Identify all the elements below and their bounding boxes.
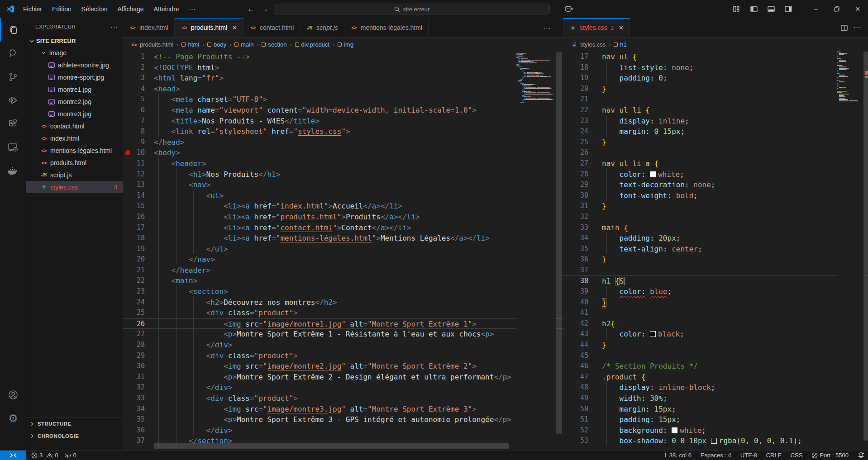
breakpoint-icon[interactable] [125, 150, 130, 155]
gutter-margin[interactable] [563, 425, 573, 436]
tab-styles.css[interactable]: #styles.css3✕ [563, 18, 630, 37]
code-line[interactable]: 29 <div class="product"> [123, 351, 563, 361]
language-mode[interactable]: CSS [787, 451, 806, 460]
minimap[interactable] [516, 52, 555, 450]
code-line[interactable]: 26 [563, 147, 868, 158]
code-line[interactable]: 40} [563, 297, 868, 308]
tab-contact.html[interactable]: <>contact.html [243, 18, 300, 37]
code-line[interactable]: 17nav ul { [563, 52, 868, 62]
code-line[interactable]: 7 <title>Nos Produits - W4ES</title> [123, 116, 563, 127]
breadcrumb-symbol-html[interactable]: html [181, 41, 199, 48]
code-line[interactable]: 6 <meta name="viewport" content="width=d… [123, 105, 563, 116]
code-line[interactable]: 16 <li><a href="produits.html">Produits<… [123, 212, 563, 223]
customize-layout-icon[interactable] [731, 4, 742, 14]
code-line[interactable]: 5 <meta charset="UTF-8"> [123, 94, 563, 105]
source-control-icon[interactable] [0, 65, 26, 89]
code-line[interactable]: 38h1 {S [563, 275, 868, 286]
gutter-margin[interactable] [123, 52, 133, 62]
gutter-margin[interactable] [563, 147, 573, 158]
toggle-panel-icon[interactable] [766, 4, 777, 14]
code-line[interactable]: 2<!DOCTYPE html> [123, 62, 563, 73]
code-line[interactable]: 15 <li><a href="index.html">Accueil</a><… [123, 201, 563, 212]
account-icon[interactable] [0, 383, 26, 407]
tab-script.js[interactable]: JSscript.js [300, 18, 344, 37]
gutter-margin[interactable] [563, 351, 573, 361]
code-line[interactable]: 4<head> [123, 84, 563, 95]
code-line[interactable]: 35 <p>Montre Sport Extrême 3 - GPS intég… [123, 414, 563, 425]
workspace-root[interactable]: SITE ERREUR [26, 35, 123, 47]
code-editor-produits[interactable]: 1<!-- Page Produits -->2<!DOCTYPE html>3… [123, 52, 563, 450]
code-line[interactable]: 30 <img src="image/montre2.jpg" alt="Mon… [123, 361, 563, 372]
ports-indicator[interactable]: 0 [61, 451, 79, 460]
problems-indicator[interactable]: 3 0 [28, 451, 61, 460]
gutter-margin[interactable] [563, 329, 573, 340]
code-line[interactable]: 32 </div> [123, 382, 563, 393]
code-line[interactable]: 44} [563, 340, 868, 351]
code-line[interactable]: 1<!-- Page Produits --> [123, 52, 563, 62]
gutter-margin[interactable] [123, 404, 133, 415]
breadcrumb-symbol-main[interactable]: main [234, 41, 253, 48]
close-tab-icon[interactable]: ✕ [232, 24, 237, 31]
gutter-margin[interactable] [563, 52, 573, 62]
code-line[interactable]: 35 text-align: center; [563, 244, 868, 255]
run-debug-icon[interactable] [0, 89, 26, 112]
gutter-margin[interactable] [123, 308, 133, 318]
gutter-margin[interactable] [563, 137, 573, 148]
gutter-margin[interactable] [563, 233, 573, 244]
gutter-margin[interactable] [123, 382, 133, 393]
gutter-margin[interactable] [123, 212, 133, 223]
gutter-margin[interactable] [563, 62, 573, 73]
search-icon[interactable] [0, 42, 26, 65]
section-structure[interactable]: STRUCTURE [26, 417, 123, 430]
gutter-margin[interactable] [123, 244, 133, 255]
remote-explorer-icon[interactable] [0, 136, 26, 159]
gutter-margin[interactable] [123, 297, 133, 308]
gutter-margin[interactable] [123, 286, 133, 297]
gutter-margin[interactable] [123, 84, 133, 95]
gutter-margin[interactable] [123, 329, 133, 340]
file-styles.css[interactable]: #styles.css3 [26, 181, 123, 193]
folder-image[interactable]: image [26, 47, 123, 59]
code-line[interactable]: 29 text-decoration: none; [563, 180, 868, 190]
gutter-margin[interactable] [563, 244, 573, 255]
gutter-margin[interactable] [563, 436, 573, 446]
gutter-margin[interactable] [123, 137, 133, 148]
gutter-margin[interactable] [123, 340, 133, 351]
breadcrumb-symbol-body[interactable]: body [207, 41, 226, 48]
gutter-margin[interactable] [123, 180, 133, 190]
code-line[interactable]: 20 </nav> [123, 254, 563, 265]
code-line[interactable]: 19 </ul> [123, 244, 563, 255]
gutter-margin[interactable] [123, 361, 133, 372]
gutter-margin[interactable] [563, 158, 573, 169]
gutter-margin[interactable] [563, 265, 573, 276]
gutter-margin[interactable] [123, 158, 133, 169]
code-line[interactable]: 41 [563, 308, 868, 318]
code-line[interactable]: 10<body> [123, 147, 563, 158]
explorer-icon[interactable] [0, 18, 26, 42]
breadcrumb-file[interactable]: #styles.css [571, 41, 606, 48]
menu-[interactable]: ··· [184, 4, 200, 14]
code-line[interactable]: 23 display: inline; [563, 116, 868, 127]
gutter-margin[interactable] [563, 276, 573, 286]
code-line[interactable]: 28 color: white; [563, 169, 868, 180]
gutter-margin[interactable] [123, 105, 133, 116]
gutter-margin[interactable] [563, 372, 573, 383]
gutter-margin[interactable] [123, 275, 133, 286]
code-line[interactable]: 39 color: blue; [563, 286, 868, 297]
split-editor-icon[interactable] [841, 24, 848, 31]
restore-button[interactable] [826, 0, 847, 18]
code-line[interactable]: 43 color: black; [563, 329, 868, 340]
gutter-margin[interactable] [123, 414, 133, 425]
gutter-margin[interactable] [123, 265, 133, 276]
horizontal-scrollbar[interactable] [154, 443, 509, 449]
menu-slection[interactable]: Sélection [76, 4, 113, 14]
code-line[interactable]: 27nav ul li a { [563, 158, 868, 169]
notifications-bell-icon[interactable] [854, 451, 865, 460]
gutter-margin[interactable] [563, 393, 573, 404]
gutter-margin[interactable] [563, 254, 573, 265]
file-athlete-montre.jpg[interactable]: athlete-montre.jpg [26, 59, 123, 71]
gutter-margin[interactable] [123, 436, 133, 446]
gutter-margin[interactable] [563, 414, 573, 425]
section-chronologie[interactable]: CHRONOLOGIE [26, 430, 123, 442]
code-line[interactable]: 36 </div> [123, 425, 563, 436]
